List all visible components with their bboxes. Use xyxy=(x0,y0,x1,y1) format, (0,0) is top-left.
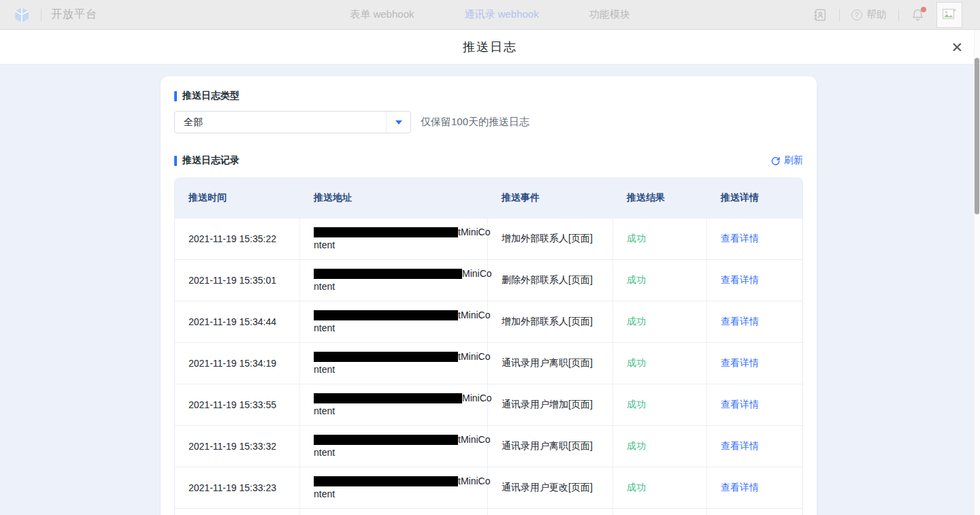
table-row: 2021-11-19 15:35:01 MiniCo ntent 删除外部联系人… xyxy=(175,259,802,301)
view-details-link[interactable]: 查看详情 xyxy=(721,482,759,494)
log-type-label: 推送日志类型 xyxy=(182,90,240,102)
navbar-right: ? 帮助 xyxy=(813,2,980,28)
status-badge: 成功 xyxy=(627,233,646,245)
cell-push-url: tMiniCo ntent xyxy=(300,343,488,384)
status-badge: 成功 xyxy=(627,274,646,286)
app-title: 开放平台 xyxy=(51,7,97,22)
table-row: 2021-11-19 15:34:19 tMiniCo ntent 通讯录用户离… xyxy=(175,342,802,384)
refresh-button[interactable]: 刷新 xyxy=(770,154,803,167)
table-row-partial xyxy=(175,508,802,515)
cell-push-result: 成功 xyxy=(613,343,707,384)
refresh-icon xyxy=(770,156,781,166)
cell-push-url: MiniCo ntent xyxy=(300,260,488,301)
app-logo-cube-icon[interactable] xyxy=(12,5,31,24)
dropdown-caret-zone[interactable] xyxy=(386,112,410,133)
records-section-title: 推送日志记录 xyxy=(174,154,240,167)
view-details-link[interactable]: 查看详情 xyxy=(721,274,759,286)
push-event: 通讯录用户离职[页面] xyxy=(502,440,593,452)
records-label: 推送日志记录 xyxy=(182,154,240,167)
cell-push-event: 删除外部联系人[页面] xyxy=(488,260,613,301)
url-suffix-wrap: ntent xyxy=(314,405,335,418)
cell-push-time: 2021-11-19 15:35:01 xyxy=(175,260,300,301)
url-suffix: tMiniCo xyxy=(458,226,490,239)
cell-push-time: 2021-11-19 15:34:19 xyxy=(175,343,300,384)
tab-form-webhook[interactable]: 表单 webhook xyxy=(350,8,414,21)
cell-push-time: 2021-11-19 15:34:44 xyxy=(175,301,300,342)
tab-function-modules[interactable]: 功能模块 xyxy=(589,8,630,21)
redacted-url-bar xyxy=(314,310,458,320)
cell-push-event: 通讯录用户离职[页面] xyxy=(488,343,613,384)
status-badge: 成功 xyxy=(627,357,646,369)
cell-push-time xyxy=(175,509,300,515)
push-time: 2021-11-19 15:34:19 xyxy=(189,358,276,369)
redacted-url-bar xyxy=(314,393,462,403)
cell-push-detail: 查看详情 xyxy=(707,260,802,301)
cell-push-result: 成功 xyxy=(613,260,707,301)
log-card: 推送日志类型 全部 仅保留100天的推送日志 推送日志记录 刷新 xyxy=(161,76,817,515)
log-type-dropdown[interactable]: 全部 xyxy=(174,111,411,133)
retention-note: 仅保留100天的推送日志 xyxy=(421,116,529,129)
scrollbar-track[interactable] xyxy=(974,30,980,515)
cell-push-detail: 查看详情 xyxy=(707,301,802,342)
caret-down-icon xyxy=(395,120,402,124)
push-event: 通讯录用户离职[页面] xyxy=(502,357,593,369)
cell-push-event: 通讯录用户更改[页面] xyxy=(488,467,613,508)
status-badge: 成功 xyxy=(627,316,646,328)
view-details-link[interactable]: 查看详情 xyxy=(721,233,759,245)
cell-push-detail: 查看详情 xyxy=(707,218,802,259)
notification-bell-button[interactable] xyxy=(911,7,925,22)
nav-tabs: 表单 webhook 通讯录 webhook 功能模块 xyxy=(350,8,630,21)
url-suffix-wrap: ntent xyxy=(314,446,335,459)
notification-dot xyxy=(921,7,926,12)
cell-push-event: 增加外部联系人[页面] xyxy=(488,218,613,259)
push-event: 通讯录用户增加[页面] xyxy=(502,399,593,411)
url-suffix-wrap: ntent xyxy=(314,363,335,376)
top-navbar: 开放平台 表单 webhook 通讯录 webhook 功能模块 ? 帮助 xyxy=(0,0,980,30)
view-details-link[interactable]: 查看详情 xyxy=(721,316,759,328)
push-time: 2021-11-19 15:35:22 xyxy=(189,233,276,244)
cell-push-time: 2021-11-19 15:33:55 xyxy=(175,384,300,425)
url-suffix: tMiniCo xyxy=(458,309,490,322)
cell-push-detail: 查看详情 xyxy=(707,384,802,425)
redacted-url-bar xyxy=(314,476,458,486)
nav-divider xyxy=(898,9,899,21)
filter-row: 全部 仅保留100天的推送日志 xyxy=(174,111,803,133)
scrollbar-thumb[interactable] xyxy=(975,58,979,214)
cell-push-result: 成功 xyxy=(613,218,707,259)
dropdown-selected-value: 全部 xyxy=(175,112,386,133)
view-details-link[interactable]: 查看详情 xyxy=(721,440,759,452)
cell-push-time: 2021-11-19 15:33:23 xyxy=(175,467,300,508)
contacts-book-icon[interactable] xyxy=(813,7,828,22)
status-badge: 成功 xyxy=(627,440,646,452)
status-badge: 成功 xyxy=(627,399,646,411)
push-event: 增加外部联系人[页面] xyxy=(502,316,593,328)
redacted-url-bar xyxy=(314,227,458,237)
help-icon: ? xyxy=(851,10,862,20)
view-details-link[interactable]: 查看详情 xyxy=(721,399,759,411)
url-suffix: tMiniCo xyxy=(458,433,490,446)
close-icon[interactable]: ✕ xyxy=(951,40,963,54)
refresh-label: 刷新 xyxy=(784,154,803,167)
table-row: 2021-11-19 15:34:44 tMiniCo ntent 增加外部联系… xyxy=(175,301,802,342)
tab-contacts-webhook[interactable]: 通讯录 webhook xyxy=(465,8,539,21)
table-header-row: 推送时间 推送地址 推送事件 推送结果 推送详情 xyxy=(175,178,802,218)
url-suffix: tMiniCo xyxy=(458,350,490,363)
help-button[interactable]: ? 帮助 xyxy=(851,8,887,21)
status-badge: 成功 xyxy=(627,482,646,494)
push-time: 2021-11-19 15:33:23 xyxy=(189,482,276,493)
view-details-link[interactable]: 查看详情 xyxy=(721,357,759,369)
avatar[interactable] xyxy=(936,2,962,28)
table-row: 2021-11-19 15:33:55 MiniCo ntent 通讯录用户增加… xyxy=(175,384,802,425)
push-log-table: 推送时间 推送地址 推送事件 推送结果 推送详情 2021-11-19 15:3… xyxy=(174,178,803,515)
cell-push-url: MiniCo ntent xyxy=(300,384,488,425)
table-row: 2021-11-19 15:35:22 tMiniCo ntent 增加外部联系… xyxy=(175,218,802,259)
cell-push-url: tMiniCo ntent xyxy=(300,301,488,342)
accent-bar xyxy=(174,156,177,166)
cell-push-result: 成功 xyxy=(613,301,707,342)
help-label: 帮助 xyxy=(866,8,887,21)
cell-push-url: tMiniCo ntent xyxy=(300,218,488,259)
table-row: 2021-11-19 15:33:23 tMiniCo ntent 通讯录用户更… xyxy=(175,467,802,508)
header-push-event: 推送事件 xyxy=(488,178,613,218)
cell-push-result: 成功 xyxy=(613,384,707,425)
header-push-time: 推送时间 xyxy=(175,178,300,218)
